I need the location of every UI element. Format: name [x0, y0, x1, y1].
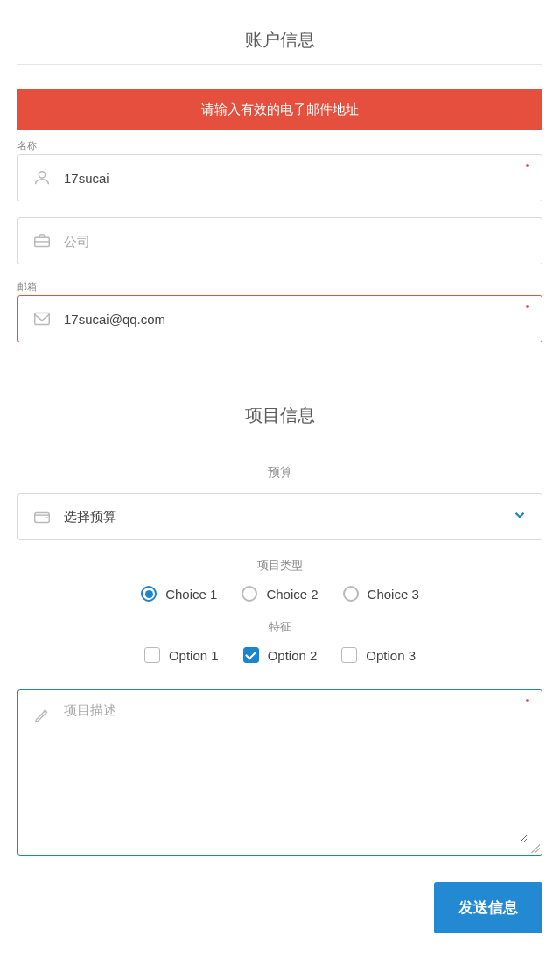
name-input-group[interactable]	[18, 154, 542, 201]
radio-label: Choice 1	[165, 587, 217, 602]
radio-icon	[242, 586, 257, 602]
company-input-group[interactable]	[18, 217, 542, 264]
features-label: 特征	[18, 619, 542, 635]
account-section-title: 账户信息	[18, 18, 542, 65]
chevron-down-icon	[512, 507, 528, 526]
description-group[interactable]	[18, 689, 542, 856]
budget-selected-text: 选择预算	[64, 509, 512, 525]
checkbox-icon	[341, 647, 357, 663]
svg-point-0	[38, 172, 45, 178]
budget-label: 预算	[18, 465, 542, 481]
resize-handle-icon	[531, 844, 540, 853]
radio-choice-1[interactable]: Choice 1	[141, 586, 217, 602]
mail-icon	[32, 309, 52, 328]
radio-label: Choice 2	[266, 587, 318, 602]
svg-rect-2	[35, 313, 50, 325]
company-input[interactable]	[64, 234, 528, 249]
briefcase-icon	[32, 231, 52, 250]
radio-label: Choice 3	[368, 587, 419, 602]
submit-button[interactable]: 发送信息	[434, 882, 542, 933]
required-indicator	[526, 164, 529, 167]
description-textarea[interactable]	[64, 702, 528, 842]
email-input[interactable]	[64, 312, 528, 327]
error-alert: 请输入有效的电子邮件地址	[18, 89, 542, 130]
project-type-label: 项目类型	[18, 558, 542, 574]
checkbox-option-2[interactable]: Option 2	[243, 647, 318, 663]
checkbox-label: Option 1	[169, 648, 219, 663]
checkbox-icon	[243, 647, 259, 663]
wallet-icon	[32, 507, 52, 526]
name-label: 名称	[18, 139, 542, 152]
checkbox-option-3[interactable]: Option 3	[341, 647, 416, 663]
budget-select[interactable]: 选择预算	[18, 493, 542, 540]
required-indicator	[526, 699, 529, 702]
checkbox-option-1[interactable]: Option 1	[144, 647, 219, 663]
radio-icon	[343, 586, 359, 602]
pencil-icon	[32, 706, 52, 725]
required-indicator	[526, 305, 529, 308]
email-label: 邮箱	[18, 280, 542, 293]
project-section-title: 项目信息	[18, 393, 542, 440]
name-input[interactable]	[64, 171, 528, 186]
checkbox-label: Option 2	[268, 648, 318, 663]
checkbox-label: Option 3	[366, 648, 416, 663]
email-input-group[interactable]	[18, 295, 542, 342]
user-icon	[32, 168, 52, 187]
radio-choice-2[interactable]: Choice 2	[242, 586, 318, 602]
features-checkboxes: Option 1 Option 2 Option 3	[18, 647, 542, 663]
radio-choice-3[interactable]: Choice 3	[343, 586, 419, 602]
checkbox-icon	[144, 647, 160, 663]
radio-icon	[141, 586, 157, 602]
project-type-radios: Choice 1 Choice 2 Choice 3	[18, 586, 542, 602]
